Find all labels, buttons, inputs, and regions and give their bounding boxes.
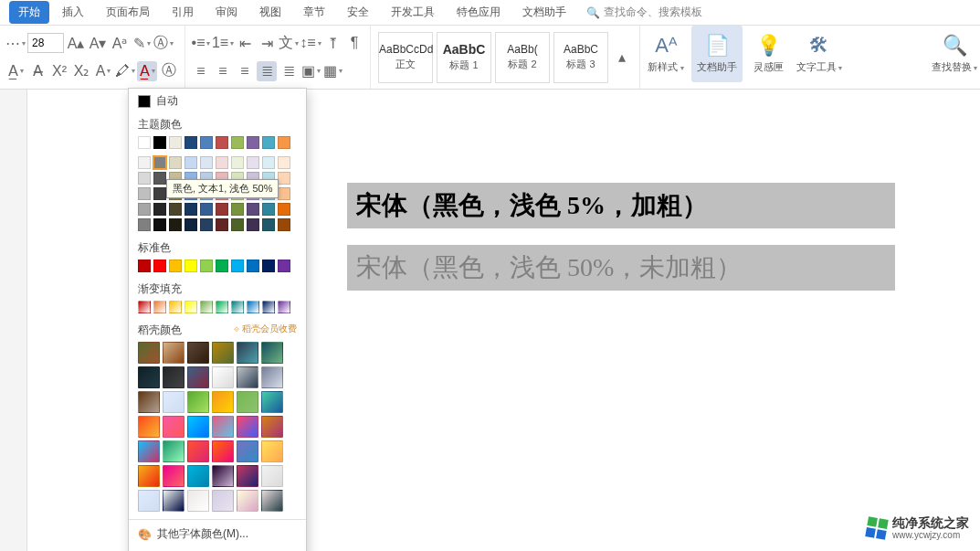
more-colors-button[interactable]: 🎨 其他字体颜色(M)...	[129, 522, 306, 546]
align-distribute-icon[interactable]: ≣	[279, 61, 299, 81]
color-swatch[interactable]	[153, 260, 166, 272]
doke-gradient-swatch[interactable]	[163, 440, 184, 462]
doke-gradient-swatch[interactable]	[187, 440, 209, 462]
color-swatch[interactable]	[262, 136, 275, 149]
color-swatch[interactable]	[278, 136, 290, 149]
doke-gradient-swatch[interactable]	[138, 342, 160, 364]
tab-chapter[interactable]: 章节	[294, 1, 334, 24]
style-heading1[interactable]: AaBbC 标题 1	[437, 32, 491, 83]
doke-gradient-swatch[interactable]	[187, 416, 209, 438]
gradient-swatch[interactable]	[184, 301, 197, 313]
color-swatch[interactable]	[231, 260, 244, 272]
doke-gradient-swatch[interactable]	[261, 342, 283, 364]
color-swatch[interactable]	[138, 203, 151, 216]
color-swatch[interactable]	[153, 136, 166, 149]
font-family-dropdown[interactable]: ⋯	[5, 33, 26, 53]
color-swatch[interactable]	[200, 136, 213, 149]
doke-gradient-swatch[interactable]	[237, 490, 258, 512]
text-effects-icon[interactable]: A	[93, 61, 113, 81]
gradient-swatch[interactable]	[138, 301, 151, 313]
color-swatch[interactable]	[184, 136, 197, 149]
color-swatch[interactable]	[138, 260, 151, 272]
doke-gradient-swatch[interactable]	[187, 490, 209, 512]
eyedropper-button[interactable]: 💉 取色器(E)	[129, 546, 306, 551]
align-justify-icon[interactable]: ≣	[257, 61, 277, 81]
color-swatch[interactable]	[184, 156, 197, 169]
doke-gradient-swatch[interactable]	[212, 440, 234, 462]
doke-gradient-swatch[interactable]	[138, 440, 160, 462]
borders-icon[interactable]: ▦	[322, 61, 342, 81]
tab-reference[interactable]: 引用	[163, 1, 203, 24]
doke-gradient-swatch[interactable]	[163, 416, 184, 438]
doke-gradient-swatch[interactable]	[212, 490, 234, 512]
styles-scroller-up-icon[interactable]: ▴	[612, 48, 632, 68]
color-swatch[interactable]	[231, 156, 244, 169]
line-spacing-icon[interactable]: ↕≡	[300, 33, 321, 53]
clear-format-icon[interactable]: ✎	[132, 33, 152, 53]
color-swatch[interactable]	[216, 203, 228, 216]
doke-gradient-swatch[interactable]	[261, 465, 283, 487]
font-color-icon[interactable]: A̲	[137, 61, 157, 81]
color-swatch[interactable]	[262, 203, 275, 216]
superscript-icon[interactable]: X²	[49, 61, 69, 81]
char-border-icon[interactable]: Ⓐ	[159, 61, 179, 81]
color-swatch[interactable]	[278, 203, 290, 216]
doke-gradient-swatch[interactable]	[138, 465, 160, 487]
shading-icon[interactable]: ▣	[300, 61, 321, 81]
doke-gradient-swatch[interactable]	[237, 465, 258, 487]
color-auto-button[interactable]: 自动	[129, 89, 306, 113]
font-size-input[interactable]: 28	[27, 33, 64, 53]
tab-layout[interactable]: 页面布局	[97, 1, 159, 24]
color-swatch[interactable]	[247, 203, 259, 216]
align-right-icon[interactable]: ≡	[235, 61, 255, 81]
style-heading3[interactable]: AaBbC 标题 3	[553, 32, 608, 83]
bullets-icon[interactable]: •≡	[191, 33, 211, 53]
color-swatch[interactable]	[153, 187, 166, 200]
color-swatch[interactable]	[153, 218, 166, 231]
text-direction-icon[interactable]: 文	[279, 33, 299, 53]
color-swatch[interactable]	[216, 156, 228, 169]
doke-gradient-swatch[interactable]	[237, 416, 258, 438]
color-swatch[interactable]	[200, 156, 213, 169]
doke-gradient-swatch[interactable]	[138, 490, 160, 512]
color-swatch[interactable]	[262, 260, 275, 272]
document-line-2[interactable]: 宋体（黑色，浅色 50%，未加粗）	[356, 253, 742, 281]
color-swatch[interactable]	[231, 203, 244, 216]
color-swatch[interactable]	[169, 218, 182, 231]
doke-gradient-swatch[interactable]	[138, 416, 160, 438]
tab-review[interactable]: 审阅	[206, 1, 247, 24]
inspiration-button[interactable]: 💡 灵感匣	[743, 26, 794, 82]
gradient-swatch[interactable]	[278, 301, 290, 313]
tab-insert[interactable]: 插入	[53, 1, 93, 24]
style-normal[interactable]: AaBbCcDd 正文	[378, 32, 433, 83]
doke-gradient-swatch[interactable]	[237, 342, 258, 364]
color-swatch[interactable]	[138, 218, 151, 231]
show-marks-icon[interactable]: ¶	[344, 33, 364, 53]
tab-docassist[interactable]: 文档助手	[513, 1, 575, 24]
doke-gradient-swatch[interactable]	[187, 366, 209, 388]
doke-gradient-swatch[interactable]	[261, 490, 283, 512]
strike-icon[interactable]: A̶	[27, 61, 47, 81]
gradient-swatch[interactable]	[262, 301, 275, 313]
gradient-swatch[interactable]	[247, 301, 259, 313]
color-swatch[interactable]	[200, 203, 213, 216]
doke-gradient-swatch[interactable]	[138, 366, 160, 388]
doke-gradient-swatch[interactable]	[261, 391, 283, 413]
color-swatch[interactable]	[231, 218, 244, 231]
color-swatch[interactable]	[153, 156, 166, 169]
color-swatch[interactable]	[247, 136, 259, 149]
color-swatch[interactable]	[278, 172, 290, 185]
tab-featured[interactable]: 特色应用	[448, 1, 510, 24]
color-swatch[interactable]	[278, 187, 290, 200]
doke-gradient-swatch[interactable]	[237, 366, 258, 388]
doke-gradient-swatch[interactable]	[163, 465, 184, 487]
color-swatch[interactable]	[247, 156, 259, 169]
doke-gradient-swatch[interactable]	[187, 342, 209, 364]
doke-gradient-swatch[interactable]	[138, 391, 160, 413]
color-swatch[interactable]	[184, 260, 197, 272]
highlight-icon[interactable]: 🖍	[115, 61, 135, 81]
doke-gradient-swatch[interactable]	[212, 366, 234, 388]
command-search[interactable]: 🔍 查找命令、搜索模板	[586, 5, 702, 20]
color-swatch[interactable]	[262, 156, 275, 169]
new-style-button[interactable]: Aᴬ 新样式	[640, 26, 691, 82]
